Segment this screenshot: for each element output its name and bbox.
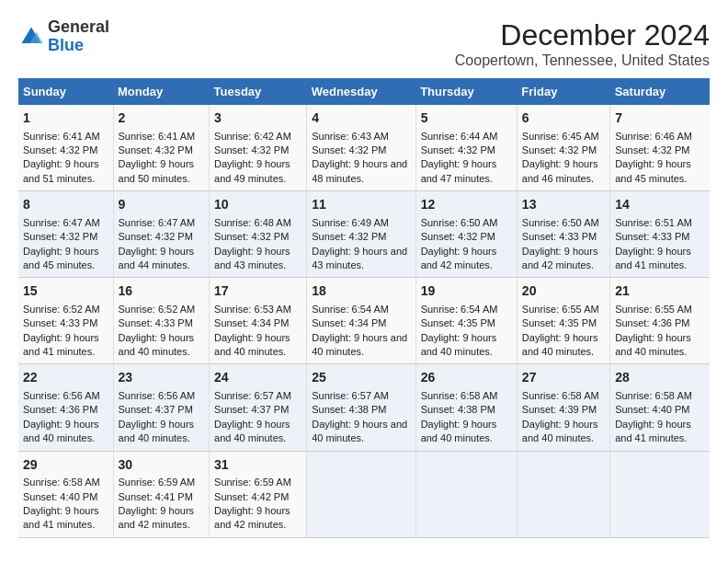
logo-text: GeneralBlue (48, 18, 109, 55)
sunrise-text: Sunrise: 6:56 AM (23, 389, 108, 403)
calendar-cell (307, 451, 415, 537)
header-cell-sunday: Sunday (18, 78, 113, 105)
calendar-cell: 31Sunrise: 6:59 AMSunset: 4:42 PMDayligh… (210, 451, 307, 537)
day-number: 4 (312, 109, 410, 128)
sunrise-text: Sunrise: 6:47 AM (119, 216, 205, 230)
day-number: 28 (615, 369, 705, 387)
calendar-cell: 1Sunrise: 6:41 AMSunset: 4:32 PMDaylight… (18, 105, 113, 191)
sunset-text: Sunset: 4:36 PM (615, 316, 705, 330)
daylight-text: Daylight: 9 hours and 42 minutes. (421, 245, 512, 273)
day-number: 15 (23, 282, 108, 301)
day-number: 17 (214, 282, 301, 301)
daylight-text: Daylight: 9 hours and 40 minutes. (421, 418, 512, 446)
sunrise-text: Sunrise: 6:58 AM (615, 389, 705, 403)
daylight-text: Daylight: 9 hours and 42 minutes. (214, 504, 301, 533)
sunrise-text: Sunrise: 6:55 AM (522, 303, 605, 316)
day-number: 18 (312, 282, 410, 301)
daylight-text: Daylight: 9 hours and 40 minutes. (522, 418, 605, 446)
daylight-text: Daylight: 9 hours and 48 minutes. (312, 157, 410, 186)
sunrise-text: Sunrise: 6:50 AM (522, 216, 605, 230)
sunrise-text: Sunrise: 6:50 AM (421, 216, 512, 230)
calendar-cell: 15Sunrise: 6:52 AMSunset: 4:33 PMDayligh… (18, 278, 113, 364)
sunrise-text: Sunrise: 6:41 AM (23, 130, 108, 144)
sunset-text: Sunset: 4:32 PM (522, 144, 605, 157)
daylight-text: Daylight: 9 hours and 40 minutes. (421, 331, 512, 360)
page-header: GeneralBlue December 2024 Coopertown, Te… (18, 18, 710, 69)
day-number: 19 (421, 282, 512, 301)
sunrise-text: Sunrise: 6:52 AM (23, 303, 108, 316)
sunrise-text: Sunrise: 6:42 AM (214, 130, 301, 144)
sunrise-text: Sunrise: 6:58 AM (421, 389, 512, 403)
sunrise-text: Sunrise: 6:59 AM (119, 476, 205, 489)
week-row-1: 1Sunrise: 6:41 AMSunset: 4:32 PMDaylight… (18, 105, 710, 191)
sunset-text: Sunset: 4:33 PM (615, 230, 705, 244)
sunset-text: Sunset: 4:32 PM (312, 230, 410, 244)
week-row-5: 29Sunrise: 6:58 AMSunset: 4:40 PMDayligh… (18, 451, 710, 537)
daylight-text: Daylight: 9 hours and 43 minutes. (214, 245, 301, 273)
daylight-text: Daylight: 9 hours and 40 minutes. (23, 418, 108, 446)
daylight-text: Daylight: 9 hours and 41 minutes. (615, 245, 705, 273)
sunset-text: Sunset: 4:32 PM (119, 144, 205, 157)
daylight-text: Daylight: 9 hours and 47 minutes. (421, 157, 512, 186)
calendar-cell: 28Sunrise: 6:58 AMSunset: 4:40 PMDayligh… (610, 364, 710, 451)
sunset-text: Sunset: 4:34 PM (214, 316, 301, 330)
sunrise-text: Sunrise: 6:57 AM (312, 389, 410, 403)
calendar-table: SundayMondayTuesdayWednesdayThursdayFrid… (18, 78, 710, 538)
day-number: 25 (312, 369, 410, 387)
day-number: 23 (119, 369, 205, 387)
daylight-text: Daylight: 9 hours and 44 minutes. (119, 245, 205, 273)
day-number: 24 (214, 369, 301, 387)
calendar-cell: 26Sunrise: 6:58 AMSunset: 4:38 PMDayligh… (415, 364, 517, 451)
calendar-cell: 25Sunrise: 6:57 AMSunset: 4:38 PMDayligh… (307, 364, 415, 451)
calendar-cell: 20Sunrise: 6:55 AMSunset: 4:35 PMDayligh… (517, 278, 609, 364)
calendar-cell: 17Sunrise: 6:53 AMSunset: 4:34 PMDayligh… (210, 278, 307, 364)
sunset-text: Sunset: 4:33 PM (119, 316, 205, 330)
daylight-text: Daylight: 9 hours and 49 minutes. (214, 157, 301, 186)
sunset-text: Sunset: 4:32 PM (119, 230, 205, 244)
daylight-text: Daylight: 9 hours and 41 minutes. (615, 418, 705, 446)
sunrise-text: Sunrise: 6:49 AM (312, 216, 410, 230)
sunset-text: Sunset: 4:37 PM (119, 403, 205, 417)
calendar-cell: 4Sunrise: 6:43 AMSunset: 4:32 PMDaylight… (307, 105, 415, 191)
sunrise-text: Sunrise: 6:55 AM (615, 303, 705, 316)
sunset-text: Sunset: 4:38 PM (421, 403, 512, 417)
daylight-text: Daylight: 9 hours and 40 minutes. (312, 418, 410, 446)
day-number: 7 (615, 109, 705, 128)
calendar-cell: 27Sunrise: 6:58 AMSunset: 4:39 PMDayligh… (517, 364, 609, 451)
daylight-text: Daylight: 9 hours and 40 minutes. (119, 331, 205, 360)
day-number: 5 (421, 109, 512, 128)
sunset-text: Sunset: 4:32 PM (214, 230, 301, 244)
daylight-text: Daylight: 9 hours and 40 minutes. (615, 331, 705, 360)
day-number: 29 (23, 456, 108, 475)
day-number: 21 (615, 282, 705, 301)
calendar-cell: 11Sunrise: 6:49 AMSunset: 4:32 PMDayligh… (307, 191, 415, 278)
sunset-text: Sunset: 4:32 PM (214, 144, 301, 157)
day-number: 13 (522, 196, 605, 214)
sunrise-text: Sunrise: 6:57 AM (214, 389, 301, 403)
sunset-text: Sunset: 4:32 PM (615, 144, 705, 157)
sunset-text: Sunset: 4:33 PM (522, 230, 605, 244)
day-number: 30 (119, 456, 205, 475)
logo-icon (18, 24, 44, 50)
day-number: 20 (522, 282, 605, 301)
sunset-text: Sunset: 4:33 PM (23, 316, 108, 330)
daylight-text: Daylight: 9 hours and 50 minutes. (119, 157, 205, 186)
daylight-text: Daylight: 9 hours and 41 minutes. (23, 504, 108, 533)
calendar-cell: 9Sunrise: 6:47 AMSunset: 4:32 PMDaylight… (113, 191, 210, 278)
sunrise-text: Sunrise: 6:48 AM (214, 216, 301, 230)
day-number: 6 (522, 109, 605, 128)
daylight-text: Daylight: 9 hours and 42 minutes. (522, 245, 605, 273)
day-number: 10 (214, 196, 301, 214)
sunrise-text: Sunrise: 6:44 AM (421, 130, 512, 144)
day-number: 1 (23, 109, 108, 128)
sunrise-text: Sunrise: 6:45 AM (522, 130, 605, 144)
daylight-text: Daylight: 9 hours and 43 minutes. (312, 245, 410, 273)
calendar-cell: 2Sunrise: 6:41 AMSunset: 4:32 PMDaylight… (113, 105, 210, 191)
calendar-cell: 5Sunrise: 6:44 AMSunset: 4:32 PMDaylight… (415, 105, 517, 191)
sunset-text: Sunset: 4:42 PM (214, 490, 301, 504)
calendar-cell: 13Sunrise: 6:50 AMSunset: 4:33 PMDayligh… (517, 191, 609, 278)
calendar-title: December 2024 (455, 18, 710, 52)
calendar-cell: 23Sunrise: 6:56 AMSunset: 4:37 PMDayligh… (113, 364, 210, 451)
sunset-text: Sunset: 4:32 PM (421, 230, 512, 244)
day-number: 12 (421, 196, 512, 214)
